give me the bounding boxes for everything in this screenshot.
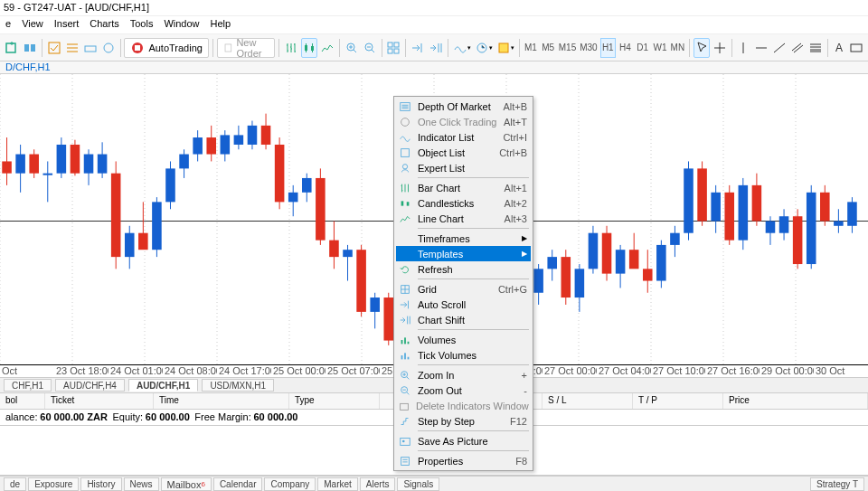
tab-news[interactable]: News [124, 477, 159, 491]
menu-help[interactable]: Help [211, 18, 231, 32]
ctx-timeframes[interactable]: Timeframes▶ [396, 231, 531, 246]
menu-tools[interactable]: Tools [130, 18, 154, 32]
timeframe-d1[interactable]: D1 [635, 38, 650, 58]
ctx-step-by-step[interactable]: Step by StepF12 [396, 413, 531, 429]
fibonacci-button[interactable] [807, 38, 824, 58]
svg-rect-13 [388, 42, 392, 47]
text-label-button[interactable]: A [832, 38, 846, 58]
new-chart-button[interactable] [4, 38, 20, 58]
col-price[interactable]: Price [723, 393, 868, 409]
menu-charts[interactable]: Charts [90, 18, 118, 32]
trendline-button[interactable] [771, 38, 788, 58]
zoom-out-button[interactable] [362, 38, 378, 58]
timeframe-w1[interactable]: W1 [652, 38, 667, 58]
col-symbol[interactable]: bol [0, 393, 45, 409]
ctx-object-list[interactable]: Object ListCtrl+B [396, 145, 531, 160]
col-sl[interactable]: S / L [542, 393, 633, 409]
tab-signals[interactable]: Signals [397, 477, 439, 491]
ctx-line-chart[interactable]: Line ChartAlt+3 [396, 211, 531, 226]
menu-file[interactable]: e [5, 18, 11, 32]
tab-company[interactable]: Company [264, 477, 316, 491]
ctx-refresh[interactable]: Refresh [396, 261, 531, 277]
timeframe-mn[interactable]: MN [670, 38, 686, 58]
tab-strategy-tester[interactable]: Strategy T [810, 477, 864, 491]
terminal-button[interactable] [82, 38, 99, 58]
ctx-grid[interactable]: GridCtrl+G [396, 281, 531, 297]
svg-rect-172 [401, 355, 403, 359]
tab-exposure[interactable]: Exposure [28, 477, 79, 491]
equidistant-button[interactable] [789, 38, 806, 58]
ctx-expert-list[interactable]: Expert List [396, 160, 531, 175]
indicators-button[interactable]: ▾ [452, 38, 472, 58]
col-type[interactable]: Type [289, 393, 380, 409]
ctx-zoom-out[interactable]: Zoom Out- [396, 382, 531, 398]
periodicity-button[interactable]: ▾ [474, 38, 494, 58]
horizontal-line-button[interactable] [753, 38, 769, 58]
svg-rect-84 [343, 250, 353, 257]
menu-view[interactable]: View [22, 18, 43, 32]
svg-rect-78 [302, 178, 312, 193]
timeframe-m5[interactable]: M5 [541, 38, 556, 58]
market-watch-button[interactable] [46, 38, 62, 58]
col-ticket[interactable]: Ticket [45, 393, 154, 409]
indlist-icon [398, 130, 412, 145]
tab-trade[interactable]: de [4, 477, 26, 491]
cursor-button[interactable] [693, 38, 710, 58]
ctx-indicator-list[interactable]: Indicator ListCtrl+I [396, 129, 531, 145]
ctx-chart-shift[interactable]: Chart Shift [396, 312, 531, 327]
tile-windows-button[interactable] [385, 38, 401, 58]
svg-rect-56 [152, 202, 162, 250]
menu-insert[interactable]: Insert [54, 18, 80, 32]
oneclick-icon [398, 115, 412, 129]
menu-window[interactable]: Window [164, 18, 199, 32]
bar-chart-button[interactable] [283, 38, 299, 58]
tab-mailbox[interactable]: Mailbox6 [161, 477, 212, 491]
text-button[interactable] [848, 38, 864, 58]
autotrading-button[interactable]: AutoTrading [124, 38, 209, 58]
templates-button[interactable]: ▾ [495, 38, 515, 58]
tab-market[interactable]: Market [317, 477, 358, 491]
ctx-tick-volumes[interactable]: Tick Volumes [396, 347, 531, 363]
zoom-in-button[interactable] [344, 38, 360, 58]
ctx-label: Properties [418, 456, 510, 467]
tab-calendar[interactable]: Calendar [213, 477, 263, 491]
col-time[interactable]: Time [154, 393, 289, 409]
chart-shift-button[interactable] [428, 38, 444, 58]
ctx-candlesticks[interactable]: CandlesticksAlt+2 [396, 195, 531, 211]
timeframe-m30[interactable]: M30 [579, 38, 598, 58]
ctx-properties[interactable]: PropertiesF8 [396, 453, 531, 468]
tickvol-icon [398, 348, 412, 363]
chart-tab-0[interactable]: CHF,H1 [4, 379, 52, 392]
col-tp[interactable]: T / P [633, 393, 723, 409]
ctx-depth-of-market[interactable]: Depth Of MarketAlt+B [396, 99, 531, 114]
new-order-button[interactable]: New Order [217, 38, 276, 58]
tab-alerts[interactable]: Alerts [360, 477, 396, 491]
profiles-button[interactable] [22, 38, 38, 58]
line-chart-button[interactable] [319, 38, 335, 58]
timeframe-h1[interactable]: H1 [600, 38, 616, 58]
timeframe-m15[interactable]: M15 [558, 38, 577, 58]
auto-scroll-button[interactable] [410, 38, 426, 58]
vertical-line-button[interactable] [735, 38, 751, 58]
ctx-volumes[interactable]: Volumes [396, 332, 531, 347]
svg-rect-90 [383, 297, 393, 341]
candlestick-button[interactable] [301, 38, 317, 58]
ctx-auto-scroll[interactable]: Auto Scroll [396, 297, 531, 312]
chart-tab-3[interactable]: USD/MXN,H1 [202, 379, 274, 392]
chart-tab-2[interactable]: AUD/CHF,H1 [128, 379, 198, 392]
ctx-save-as-picture[interactable]: Save As Picture [396, 433, 531, 449]
chart-tab-1[interactable]: AUD/CHF,H4 [55, 379, 125, 392]
ctx-bar-chart[interactable]: Bar ChartAlt+1 [396, 180, 531, 195]
ctx-delete-indicators-window: Delete Indicators Window [396, 398, 531, 413]
ctx-label: Chart Shift [418, 315, 522, 326]
new-order-label: New Order [236, 37, 269, 59]
crosshair-button[interactable] [712, 38, 728, 58]
ctx-templates[interactable]: Templates▶ [396, 246, 531, 261]
timeframe-m1[interactable]: M1 [523, 38, 538, 58]
tab-history[interactable]: History [80, 477, 121, 491]
chart-context-menu[interactable]: Depth Of MarketAlt+BOne Click TradingAlt… [393, 96, 533, 471]
navigator-button[interactable] [64, 38, 80, 58]
ctx-zoom-in[interactable]: Zoom In+ [396, 367, 531, 382]
strategy-tester-button[interactable] [100, 38, 117, 58]
timeframe-h4[interactable]: H4 [618, 38, 633, 58]
